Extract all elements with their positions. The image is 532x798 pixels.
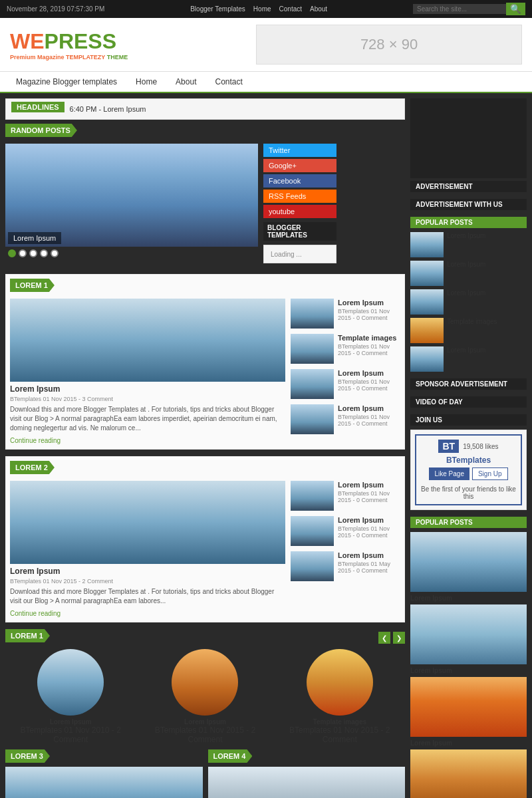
join-box-inner: BT 19,508 likes BTemplates Like Page Sig… [415,434,522,505]
lorem1-label: LOREM 1 [10,279,55,292]
circle-meta: BTemplates 01 Nov 2010 - 2 Comment [5,726,136,744]
popular-main-img1: Lorem Ipsum [410,532,527,602]
post-meta: BTemplates 01 Nov 2015 - 0 Comment [338,308,400,321]
lorem1-meta: BTemplates 01 Nov 2015 - 3 Comment [10,396,285,402]
post-meta: BTemplates 01 Nov 2015 - 0 Comment [338,414,400,427]
post-title: Lorem Ipsum [338,369,400,377]
circle-item: Template images BTemplates 01 Nov 2015 -… [275,649,405,744]
nav-arrows: ❮ ❯ [378,632,405,644]
topbar-blogger[interactable]: Blogger Templates [190,5,245,13]
lorem3-image [5,767,203,798]
lorem1-section: LOREM 1 Lorem Ipsum BTemplates 01 Nov 20… [5,274,405,450]
post-info: Lorem Ipsum BTemplates 01 Nov 2015 - 0 C… [338,299,400,324]
post-title: Lorem Ipsum [338,481,400,489]
list-item: Lorem Ipsum BTemplates 01 Nov 2015 - 0 C… [291,481,400,511]
random-posts-section: RANDOM POSTS Lorem Ipsum [5,124,405,269]
lorem1-circle-section: LOREM 1 ❮ ❯ Lorem Ipsum BTemplates 01 No… [5,629,405,744]
popular-main-img2: Lorem Ipsum [410,604,527,674]
facebook-btn[interactable]: Facebook [263,174,336,188]
post-title: Lorem Ipsum [338,404,400,412]
post-meta: BTemplates 01 Nov 2015 - 0 Comment [338,378,400,392]
lorem1-title: Lorem Ipsum [10,384,285,394]
content: HEADLINES 6:40 PM - Lorem Ipsum RANDOM P… [5,98,405,798]
popular-title: Lorem Ipsum [410,667,527,674]
random-posts-label: RANDOM POSTS [5,124,77,137]
gplus-btn[interactable]: Google+ [263,159,336,172]
nav-contact[interactable]: Contact [205,72,251,92]
sidebar-post-item: Lorem Ipsum [410,232,527,257]
join-text: Be the first of your friends to like thi… [420,485,517,500]
lorem1-readmore[interactable]: Continue reading [10,437,61,444]
topbar-about[interactable]: About [310,5,327,13]
like-page-button[interactable]: Like Page [429,467,469,480]
sidebar-post-item: Lorem Ipsum [410,289,527,315]
popular-main-img4: Template images [410,749,527,798]
topbar-home[interactable]: Home [253,5,271,13]
youtube-btn[interactable]: youtube [263,205,336,218]
popular-title: Lorem Ipsum [410,739,527,747]
popular-title: Lorem Ipsum [410,595,527,602]
post-thumb [291,551,334,581]
topbar-datetime: November 28, 2019 07:57:30 PM [7,5,104,13]
sidebar-ad-top [410,98,527,178]
signup-button[interactable]: Sign Up [472,467,508,480]
post-thumb [291,299,334,329]
headlines-label: HEADLINES [11,102,65,112]
lorem2-meta: BTemplates 01 Nov 2015 - 2 Comment [10,578,285,585]
post-info: Template images BTemplates 01 Nov 2015 -… [338,334,400,359]
nav-about[interactable]: About [166,72,205,92]
slider-dot-1[interactable] [8,249,16,257]
popular-main-label: POPULAR POSTS [410,517,527,528]
circle-item: Lorem Ipsum BTemplates 01 Nov 2010 - 2 C… [5,649,136,744]
slider-dot-5[interactable] [51,249,59,257]
circle-title: Lorem Ipsum [5,718,136,726]
lorem2-body: Download this and more Blogger Templates… [10,587,285,606]
video-label: VIDEO OF DAY [410,396,527,408]
lorem4-label: LOREM 4 [208,749,253,763]
list-item: Lorem Ipsum BTemplates 01 May 2015 - 0 C… [291,551,400,581]
sidebar-post-item: Template images [410,318,527,343]
circle-meta: BTemplates 01 Nov 2015 - 2 Comment [275,726,405,744]
list-item: Lorem Ipsum BTemplates 01 Nov 2015 - 0 C… [291,299,400,329]
popular-image [410,604,527,664]
lorem1-body: Download this and more Blogger Templates… [10,405,285,433]
slider-dot-2[interactable] [19,249,27,257]
lorem2-readmore[interactable]: Continue reading [10,610,61,617]
blogger-templates-label: BLOGGER TEMPLATES [263,222,336,241]
lorem2-title: Lorem Ipsum [10,567,285,576]
main-nav: Magazine Blogger templates Home About Co… [0,72,532,93]
lorem2-main: Lorem Ipsum BTemplates 01 Nov 2015 - 2 C… [10,481,285,618]
circle-title: Template images [275,718,405,726]
popular-posts-sidebar: POPULAR POSTS Lorem Ipsum Lorem Ipsum Lo… [410,217,527,372]
post-thumb [291,516,334,546]
next-arrow[interactable]: ❯ [393,632,405,644]
logo-title: WEPRESS [10,29,128,54]
post-thumb [291,404,334,434]
sidebar-post-label: Lorem Ipsum [447,346,485,354]
sidebar-post-item: Lorem Ipsum [410,261,527,286]
popular-main-img3: Lorem Ipsum [410,677,527,747]
post-meta: BTemplates 01 May 2015 - 0 Comment [338,561,400,574]
nav-home[interactable]: Home [126,72,166,92]
topbar-contact[interactable]: Contact [279,5,302,13]
search-button[interactable]: 🔍 [506,3,525,15]
sidebar-post-label: Lorem Ipsum [447,261,485,268]
list-item: Lorem Ipsum BTemplates 01 Nov 2015 - 0 C… [291,516,400,546]
search-input[interactable] [413,4,506,14]
nav-magazine[interactable]: Magazine Blogger templates [7,72,126,92]
circle-title: Lorem Ipsum [140,718,270,726]
circle-image [172,649,238,716]
post-title: Lorem Ipsum [338,516,400,524]
slider-dot-4[interactable] [40,249,48,257]
post-info: Lorem Ipsum BTemplates 01 Nov 2015 - 0 C… [338,404,400,430]
post-thumb [291,481,334,511]
lorem2-section: LOREM 2 Lorem Ipsum BTemplates 01 Nov 20… [5,456,405,622]
rss-btn[interactable]: RSS Feeds [263,190,336,203]
twitter-btn[interactable]: Twitter [263,144,336,157]
slider-dot-3[interactable] [29,249,37,257]
fb-brand-row: BT 19,508 likes [438,440,498,453]
post-meta: BTemplates 01 Nov 2015 - 0 Comment [338,490,400,503]
prev-arrow[interactable]: ❮ [378,632,390,644]
list-item: Template images BTemplates 01 Nov 2015 -… [291,334,400,364]
fb-brand-name: BTemplates [446,456,491,465]
